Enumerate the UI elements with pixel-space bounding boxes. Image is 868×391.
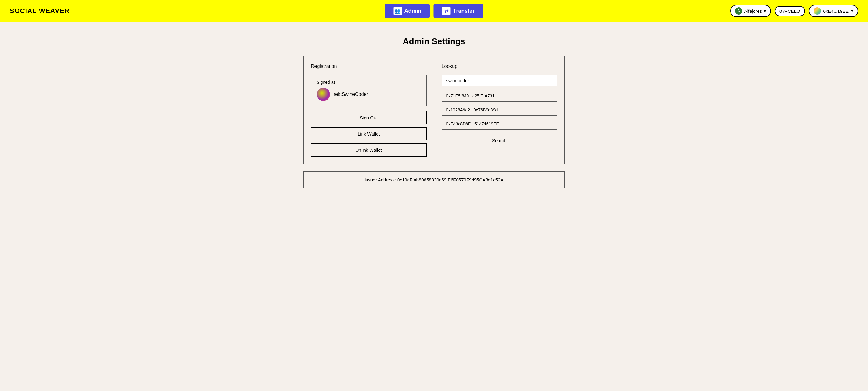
chevron-down-icon: ▾ bbox=[851, 8, 854, 14]
wallet-avatar bbox=[813, 7, 821, 15]
signed-as-label: Signed as: bbox=[317, 80, 421, 85]
user-row: rektSwineCoder bbox=[317, 88, 421, 101]
lookup-card: Lookup 0x71E5f849...e25fEfA731 0x1028A9e… bbox=[434, 56, 565, 164]
cards-row: Registration Signed as: rektSwineCoder S… bbox=[303, 56, 565, 164]
issuer-label: Issuer Address: bbox=[364, 177, 396, 183]
chevron-down-icon: ▾ bbox=[764, 8, 766, 14]
lookup-result-1[interactable]: 0x71E5f849...e25fEfA731 bbox=[442, 90, 557, 102]
user-avatar bbox=[317, 88, 330, 101]
lookup-input[interactable] bbox=[442, 75, 557, 86]
header: SOCIAL WEAVER 👥 Admin ⇄ Transfer A Alfaj… bbox=[0, 0, 868, 22]
lookup-card-title: Lookup bbox=[442, 64, 557, 69]
sign-out-button[interactable]: Sign Out bbox=[311, 111, 427, 124]
header-nav: 👥 Admin ⇄ Transfer bbox=[385, 4, 483, 18]
user-avatar-image bbox=[317, 88, 330, 101]
wallet-address-button[interactable]: 0xE4...19EE ▾ bbox=[809, 5, 858, 17]
page-title: Admin Settings bbox=[403, 36, 465, 46]
admin-nav-button[interactable]: 👥 Admin bbox=[385, 4, 430, 18]
link-wallet-button[interactable]: Link Wallet bbox=[311, 127, 427, 140]
app-logo: SOCIAL WEAVER bbox=[10, 7, 70, 15]
admin-icon: 👥 bbox=[393, 7, 402, 15]
registration-card-title: Registration bbox=[311, 64, 427, 69]
issuer-address-box: Issuer Address: 0x19aFfab80658330c59fE6F… bbox=[303, 171, 565, 188]
unlink-wallet-button[interactable]: Unlink Wallet bbox=[311, 143, 427, 157]
registration-card: Registration Signed as: rektSwineCoder S… bbox=[303, 56, 434, 164]
username-label: rektSwineCoder bbox=[334, 92, 368, 97]
transfer-nav-button[interactable]: ⇄ Transfer bbox=[433, 4, 483, 18]
signed-as-box: Signed as: rektSwineCoder bbox=[311, 75, 427, 106]
network-icon: A bbox=[735, 7, 742, 15]
network-selector-button[interactable]: A Alfajores ▾ bbox=[730, 5, 771, 17]
balance-badge: 0 A-CELO bbox=[775, 6, 805, 16]
transfer-icon: ⇄ bbox=[442, 7, 451, 15]
header-right: A Alfajores ▾ 0 A-CELO 0xE4...19EE ▾ bbox=[730, 5, 858, 17]
lookup-result-2[interactable]: 0x1028A9e2...0e76B9a89d bbox=[442, 104, 557, 116]
search-button[interactable]: Search bbox=[442, 134, 557, 147]
main-content: Admin Settings Registration Signed as: r… bbox=[0, 22, 868, 203]
lookup-result-3[interactable]: 0xE43c8D8E...51474619EE bbox=[442, 118, 557, 130]
issuer-address-link[interactable]: 0x19aFfab80658330c59fE6F0579F9495CA3d1c5… bbox=[397, 177, 503, 183]
